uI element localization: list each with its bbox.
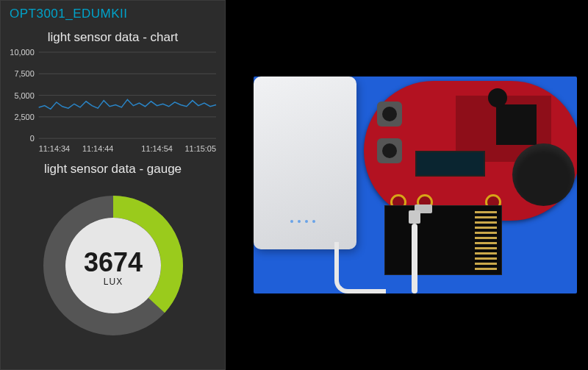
- black-sensor-board: [384, 205, 502, 275]
- svg-text:10,000: 10,000: [10, 48, 34, 57]
- svg-text:2,500: 2,500: [14, 113, 34, 121]
- sensor-panel: OPT3001_EDUMKII light sensor data - char…: [0, 0, 226, 370]
- powerbank: [254, 77, 356, 249]
- gauge-section-title: light sensor data - gauge: [1, 162, 225, 177]
- usb-cable: [412, 224, 417, 293]
- red-launchpad-board: [364, 81, 577, 221]
- svg-text:7,500: 7,500: [14, 69, 34, 78]
- light-gauge[interactable]: 3674LUX: [1, 188, 225, 343]
- chart-canvas: 02,5005,0007,50010,00011:14:3411:14:4411…: [5, 48, 220, 157]
- app-root: OPT3001_EDUMKII light sensor data - char…: [0, 0, 588, 370]
- light-chart[interactable]: 02,5005,0007,50010,00011:14:3411:14:4411…: [1, 48, 225, 157]
- svg-text:11:14:54: 11:14:54: [141, 144, 172, 153]
- panel-title: OPT3001_EDUMKII: [1, 5, 225, 26]
- hardware-photo: [254, 77, 577, 293]
- gauge-canvas: 3674LUX: [36, 188, 190, 343]
- svg-text:11:14:44: 11:14:44: [82, 144, 113, 153]
- usb-cable: [334, 242, 386, 293]
- gauge-unit: LUX: [103, 277, 122, 287]
- svg-text:5,000: 5,000: [14, 91, 34, 100]
- svg-text:0: 0: [30, 134, 35, 143]
- svg-text:11:15:05: 11:15:05: [185, 144, 216, 153]
- chart-section-title: light sensor data - chart: [1, 30, 225, 45]
- hardware-photo-area: [226, 0, 588, 370]
- gauge-value: 3674: [83, 247, 142, 277]
- svg-text:11:14:34: 11:14:34: [39, 144, 70, 153]
